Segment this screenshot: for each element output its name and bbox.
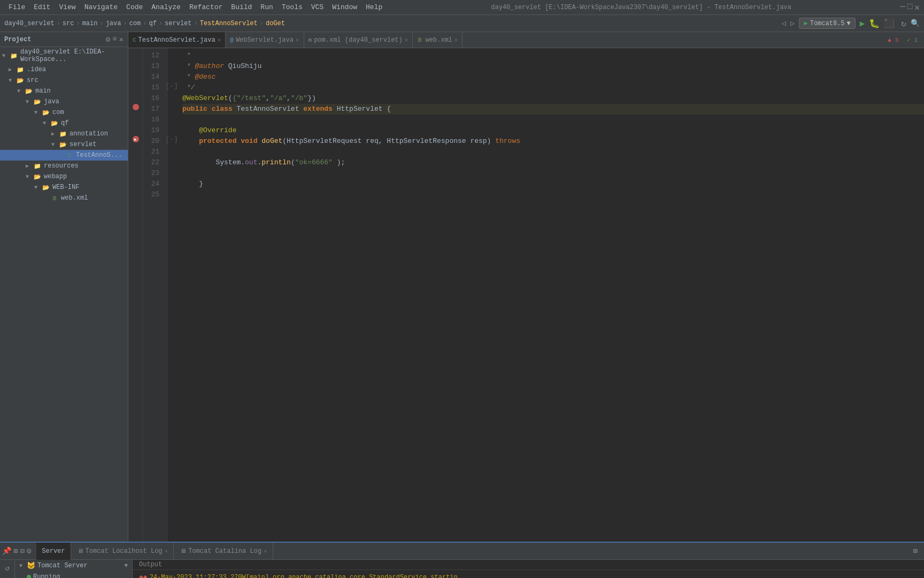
panel-tab-localhost[interactable]: 🖥 Tomcat Localhost Log ✕ — [72, 543, 174, 560]
nav-back-icon[interactable]: ◁ — [782, 19, 786, 28]
server-tree-tomcat-server[interactable]: ▼ 🐱 Tomcat Server ▼ — [15, 560, 132, 572]
run-button[interactable]: ▶ — [860, 18, 865, 29]
tree-item-servlet[interactable]: ▼ 📂 servlet — [0, 139, 128, 150]
breadcrumb-servlet[interactable]: servlet — [165, 20, 191, 27]
gutter-line-13 — [128, 59, 143, 70]
panel-expand-icon[interactable]: ⊞ — [13, 546, 18, 556]
code-system: System — [215, 157, 241, 168]
panel-run-icon[interactable]: ▶ — [2, 576, 13, 578]
tab-close-webservlet[interactable]: ✕ — [296, 36, 299, 43]
server-tree-expand-icon[interactable]: ▼ — [124, 562, 128, 569]
tab-close-webxml[interactable]: ✕ — [455, 36, 458, 43]
tab-pomxml[interactable]: m pom.xml (day40_servlet) ✕ — [304, 32, 413, 48]
breadcrumb-java[interactable]: java — [106, 20, 121, 27]
breadcrumb-method[interactable]: doGet — [266, 20, 285, 27]
menu-refactor[interactable]: Refactor — [185, 2, 227, 12]
fold-line-20[interactable]: [-] — [167, 134, 176, 144]
breadcrumb-main[interactable]: main — [82, 20, 98, 27]
output-line-1-msg: [main] org.apache.catalina.core.Standard… — [246, 573, 469, 578]
menu-navigate[interactable]: Navigate — [80, 2, 122, 12]
run-config[interactable]: ▶ Tomcat8.5 ▼ — [799, 18, 855, 29]
panel-restart-icon[interactable]: ↺ — [2, 562, 13, 574]
tree-item-idea[interactable]: ▶ 📁 .idea — [0, 64, 128, 75]
menu-analyze[interactable]: Analyze — [147, 2, 185, 12]
line-num-21: 21 — [143, 147, 163, 157]
breakpoint-indicator[interactable] — [133, 104, 139, 110]
nav-bar: day40_servlet › src › main › java › com … — [0, 15, 924, 32]
debug-button[interactable]: 🐛 — [869, 18, 880, 29]
menu-window[interactable]: Window — [328, 2, 361, 12]
server-tree-running[interactable]: Running — [15, 572, 132, 578]
code-lines[interactable]: * * @author QiuShiju * @desc */ @WebServ… — [176, 48, 924, 542]
run-config-name: Tomcat8.5 — [810, 20, 845, 27]
search-icon[interactable]: 🔍 — [911, 19, 920, 28]
menu-tools[interactable]: Tools — [278, 2, 307, 12]
folder-icon: 📁 — [16, 65, 25, 74]
fold-line-15[interactable]: [-] — [167, 80, 176, 91]
line-numbers: 12 13 14 15 16 17 18 19 20 21 22 23 24 2… — [143, 48, 167, 542]
warn-icon-1: ◆◆ — [139, 573, 148, 578]
sidebar-settings-icon[interactable]: ⚙ — [106, 35, 110, 44]
line-num-12: 12 — [143, 50, 163, 61]
menu-edit[interactable]: Edit — [29, 2, 55, 12]
tree-item-com[interactable]: ▼ 📂 com — [0, 107, 128, 118]
tree-arrow: ▼ — [34, 185, 42, 191]
panel-settings-icon[interactable]: ⚙ — [27, 546, 31, 556]
tree-item-webinf[interactable]: ▼ 📂 WEB-INF — [0, 182, 128, 193]
menu-build[interactable]: Build — [227, 2, 256, 12]
code-space2 — [233, 104, 237, 115]
maximize-btn[interactable]: □ — [907, 2, 913, 13]
tree-item-day40[interactable]: ▼ 📁 day40_servlet E:\IDEA-WorkSpace... — [0, 47, 128, 64]
tree-item-webapp[interactable]: ▼ 📂 webapp — [0, 171, 128, 182]
tree-item-java[interactable]: ▼ 📂 java — [0, 96, 128, 107]
menu-run[interactable]: Run — [256, 2, 277, 12]
breadcrumb-src[interactable]: src — [63, 20, 74, 27]
sidebar-close-icon[interactable]: ✕ — [119, 35, 124, 44]
close-btn[interactable]: ✕ — [914, 2, 920, 13]
tree-item-main[interactable]: ▼ 📂 main — [0, 86, 128, 96]
panel-tab-server[interactable]: Server — [36, 543, 71, 560]
breadcrumb-project[interactable]: day40_servlet — [4, 20, 55, 27]
code-comment-12: * — [182, 50, 195, 61]
breadcrumb-class[interactable]: TestAnnoServlet — [200, 20, 258, 27]
line-num-18: 18 — [143, 115, 163, 125]
code-comment-15: */ — [182, 82, 195, 93]
panel-filter-icon[interactable]: ⊟ — [20, 546, 24, 556]
sidebar-collapse-icon[interactable]: ≡ — [112, 35, 117, 44]
stop-button[interactable]: ⬛ — [884, 18, 895, 29]
tree-arrow: ▼ — [26, 174, 33, 180]
panel-output[interactable]: ◆◆ 24-May-2023 11:27:33.270 W [main] org… — [133, 570, 924, 578]
sidebar-header-icons: ⚙ ≡ ✕ — [106, 35, 124, 44]
tree-item-qf[interactable]: ▼ 📂 qf — [0, 118, 128, 128]
breadcrumb-com[interactable]: com — [129, 20, 141, 27]
code-comma: , — [266, 93, 270, 104]
tab-webservlet[interactable]: @ WebServlet.java ✕ — [226, 32, 304, 48]
nav-forward-icon[interactable]: ▷ — [790, 19, 795, 28]
reload-icon[interactable]: ↻ — [901, 18, 906, 29]
code-editor[interactable]: ▶ 12 13 14 15 16 17 18 — [128, 48, 924, 542]
menu-file[interactable]: File — [4, 2, 29, 12]
menu-vcs[interactable]: VCS — [307, 2, 328, 12]
tree-arrow: ▼ — [51, 142, 59, 148]
panel-expand-btn[interactable]: ⊞ — [913, 546, 918, 556]
tab-webxml[interactable]: 🗎 web.xml ✕ — [413, 32, 463, 48]
panel-tab-catalina-close[interactable]: ✕ — [264, 547, 267, 554]
menu-help[interactable]: Help — [361, 2, 387, 12]
menu-code[interactable]: Code — [122, 2, 147, 12]
code-kw-throws: throws — [495, 136, 520, 147]
tree-item-webxml[interactable]: 🗎 web.xml — [0, 193, 128, 203]
tree-item-resources[interactable]: ▶ 📁 resources — [0, 161, 128, 171]
breadcrumb-qf[interactable]: qf — [149, 20, 156, 27]
tree-item-annotation[interactable]: ▶ 📁 annotation — [0, 128, 128, 139]
tab-close-pomxml[interactable]: ✕ — [405, 36, 409, 43]
panel-pin-icon[interactable]: 📌 — [2, 546, 11, 556]
panel-tab-catalina-icon: 🖥 — [180, 547, 186, 554]
tab-testannoservlet[interactable]: C TestAnnoServlet.java ✕ — [128, 32, 226, 48]
tab-close-testannoservlet[interactable]: ✕ — [218, 36, 221, 43]
tree-item-src[interactable]: ▼ 📂 src — [0, 75, 128, 86]
tree-item-testannoservlet[interactable]: C TestAnnoS... — [0, 150, 128, 161]
menu-view[interactable]: View — [55, 2, 80, 12]
minimize-btn[interactable]: ─ — [900, 2, 905, 13]
panel-tab-catalina[interactable]: 🖥 Tomcat Catalina Log ✕ — [175, 543, 273, 560]
panel-tab-localhost-close[interactable]: ✕ — [165, 547, 168, 554]
